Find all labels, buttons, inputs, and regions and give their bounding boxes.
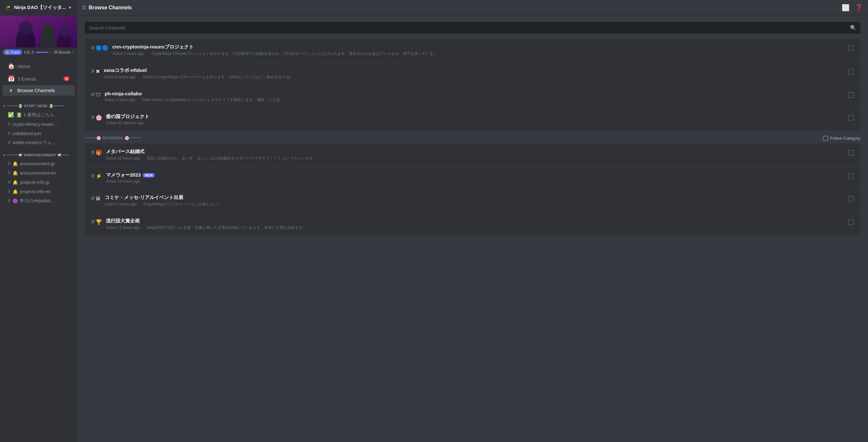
follow-category-checkbox[interactable]	[823, 136, 828, 141]
channel-follow-checkbox[interactable]	[848, 219, 854, 225]
channel-name: announcement-jp	[20, 161, 55, 166]
channel-hash-icon: #	[8, 121, 10, 127]
search-bar: 🔍	[85, 22, 860, 34]
channel-follow-checkbox[interactable]	[848, 196, 854, 201]
hash-icon: #	[91, 44, 94, 51]
channel-card-mamewar[interactable]: # ⚡ マメウォー2023 NEW Active 14 hours ago	[85, 167, 860, 189]
channel-card-meta: Active 11 hours ago · NinjaDAOで流行った言葉、印象…	[106, 225, 844, 230]
sidebar-item-events[interactable]: 📅 3 Events 3	[3, 72, 74, 85]
channel-emoji: 🟣	[12, 198, 18, 203]
svg-point-5	[42, 25, 54, 37]
channel-follow-checkbox[interactable]	[848, 45, 854, 51]
channel-card-xana[interactable]: # ✖ xanaコラボ-nftduel Active 5 hours ago ·…	[85, 62, 860, 85]
sidebar-item-home-label: Home	[17, 64, 30, 69]
sidebar: 🥷 Ninja DAO【ツイッタ... ▼	[0, 0, 77, 442]
channel-emoji: 🔔	[12, 189, 18, 194]
channel-card-meta: Active 5 hours ago · CryptoNinjaでリアルイベント…	[105, 201, 844, 207]
channel-name: projects-info-en	[20, 189, 51, 194]
channel-item-3[interactable]: # collabland-join	[3, 129, 74, 138]
channel-card-samurai[interactable]: # 🌸 倭の国プロジェクト Active 41 minutes ago	[85, 108, 860, 130]
channel-follow-checkbox[interactable]	[848, 150, 854, 156]
search-input[interactable]	[89, 22, 850, 34]
channel-card-icon: # 🎁	[91, 149, 102, 156]
seasonal-section-divider: ーーー🌸 SEASONAL 🌸ーーー Follow Category	[85, 135, 860, 141]
hash-icon: #	[91, 92, 94, 98]
seasonal-label: ーーー🌸 SEASONAL 🌸ーーー	[85, 135, 141, 141]
channel-item-4[interactable]: # wallet-connect-ウォ...	[3, 138, 74, 147]
channel-card-name: xanaコラボ-nftduel	[104, 67, 844, 73]
channel-card-emoji: 🌸	[96, 115, 102, 121]
channel-emoji: 📗	[16, 112, 22, 118]
help-icon[interactable]: ❓	[855, 4, 863, 11]
monitor-icon[interactable]: ⬜	[842, 4, 850, 11]
category-announcement-label: ーーー📢 ANNOUNCEMENT 📢ーー	[7, 153, 69, 158]
channel-name: 昨日のninjadao...	[20, 198, 54, 204]
home-icon: 🏠	[8, 63, 14, 70]
hash-icon: #	[91, 219, 94, 225]
channel-emoji: 🔔	[12, 180, 18, 185]
topbar-actions: ⬜ ❓	[842, 4, 863, 11]
channel-emoji: 🔔	[12, 161, 18, 166]
boost-chevron-icon: ›	[72, 50, 74, 55]
channel-card-content: 倭の国プロジェクト Active 41 minutes ago	[106, 114, 844, 125]
channel-item-ann-5[interactable]: # 🟣 昨日のninjadao...	[3, 196, 74, 206]
category-announcement[interactable]: ▼ ーーー📢 ANNOUNCEMENT 📢ーー	[0, 148, 77, 159]
channel-follow-checkbox[interactable]	[848, 92, 854, 98]
channel-card-content: メタバース結婚式 Active 20 hours ago · 先日ご結婚された、…	[106, 149, 844, 161]
channel-hash-icon: #	[8, 198, 10, 204]
channel-card-meta: Active 41 minutes ago	[106, 121, 844, 125]
hash-icon: #	[91, 149, 94, 156]
channel-card-content: cnn-cryptoninja-nounsプロジェクト Active 2 hou…	[112, 44, 844, 57]
channel-card-name: 流行語大賞企画	[106, 218, 844, 224]
channel-card-ph-ninja[interactable]: # 🛡 ph-ninja-collabo Active 3 days ago ·…	[85, 86, 860, 108]
channel-follow-checkbox[interactable]	[848, 173, 854, 179]
channel-item-ann-4[interactable]: # 🔔 projects-info-en	[3, 187, 74, 196]
hash-icon: #	[91, 173, 94, 180]
svg-point-3	[19, 21, 33, 35]
server-icon: 🥷	[5, 4, 11, 10]
channel-card-emoji: 🏆	[96, 219, 102, 225]
top-bar: # Browse Channels ⬜ ❓	[77, 0, 868, 15]
channel-item-ann-1[interactable]: # 🔔 announcement-jp	[3, 159, 74, 168]
channel-card-emoji: 🎁	[96, 150, 102, 156]
channel-follow-checkbox[interactable]	[848, 69, 854, 74]
follow-category-label: Follow Category	[830, 136, 860, 140]
hash-icon: #	[91, 68, 94, 75]
channel-card-wedding[interactable]: # 🎁 メタバース結婚式 Active 20 hours ago · 先日ご結婚…	[85, 144, 860, 166]
channel-card-icon: # 🛡	[91, 92, 101, 98]
channel-hash-icon: #	[8, 170, 10, 176]
channel-name: collabland-join	[12, 131, 41, 136]
svg-point-7	[59, 26, 69, 37]
channel-follow-checkbox[interactable]	[848, 115, 854, 121]
events-icon: 📅	[8, 75, 14, 82]
channel-card-content: マメウォー2023 NEW Active 14 hours ago	[106, 172, 844, 184]
channel-card-comiket[interactable]: # 🏛 コミケ・メッセ-リアルイベント出展 Active 5 hours ago…	[85, 189, 860, 212]
topbar-hash-icon: #	[82, 3, 86, 12]
follow-category-button[interactable]: Follow Category	[823, 136, 860, 141]
channel-card-meta: Active 5 hours ago · XANA X CryptoNinja …	[104, 74, 844, 80]
sidebar-item-events-label: 3 Events	[17, 76, 36, 82]
category-start-here[interactable]: ▼ ーーー📗 START HERE 📗ーーー	[0, 99, 77, 110]
channel-item-ann-2[interactable]: # 🔔 announcement-en	[3, 168, 74, 178]
channel-card-emoji: ✖	[96, 68, 100, 74]
sidebar-item-browse-channels[interactable]: # Browse Channels	[3, 85, 74, 96]
new-badge: NEW	[143, 173, 155, 178]
category-arrow-icon: ▼	[3, 105, 5, 108]
channel-card-content: 流行語大賞企画 Active 11 hours ago · NinjaDAOで流…	[106, 218, 844, 230]
server-header[interactable]: 🥷 Ninja DAO【ツイッタ... ▼	[0, 0, 77, 15]
channel-card-meta: Active 3 days ago · Pixel Heros × Crypto…	[105, 97, 844, 103]
channel-card-cnn[interactable]: # 🔵🔵 cnn-cryptoninja-nounsプロジェクト Active …	[85, 39, 860, 62]
channel-item-1[interactable]: ✅ 📗 1-最初はこちら	[3, 110, 74, 119]
channel-card-name: ph-ninja-collabo	[105, 91, 844, 96]
channel-list: ▼ ーーー📗 START HERE 📗ーーー ✅ 📗 1-最初はこちら # cr…	[0, 99, 77, 442]
boost-progress-fill	[36, 52, 48, 53]
channel-item-2[interactable]: # crypto-literacy-exam-...	[3, 120, 74, 129]
boost-count: 39 Boosts	[54, 50, 71, 55]
channel-item-ann-3[interactable]: # 🔔 projects-info-jp	[3, 178, 74, 187]
channel-card-icon: # ✖	[91, 68, 100, 75]
sidebar-item-home[interactable]: 🏠 Home	[3, 60, 74, 72]
channel-name: crypto-literacy-exam-...	[12, 122, 58, 127]
channel-card-ryukogo[interactable]: # 🏆 流行語大賞企画 Active 11 hours ago · NinjaD…	[85, 213, 860, 235]
channel-card-name: 倭の国プロジェクト	[106, 114, 844, 120]
channel-card-meta: Active 2 hours ago · CryptoNinjaでNounsプロ…	[112, 51, 844, 57]
